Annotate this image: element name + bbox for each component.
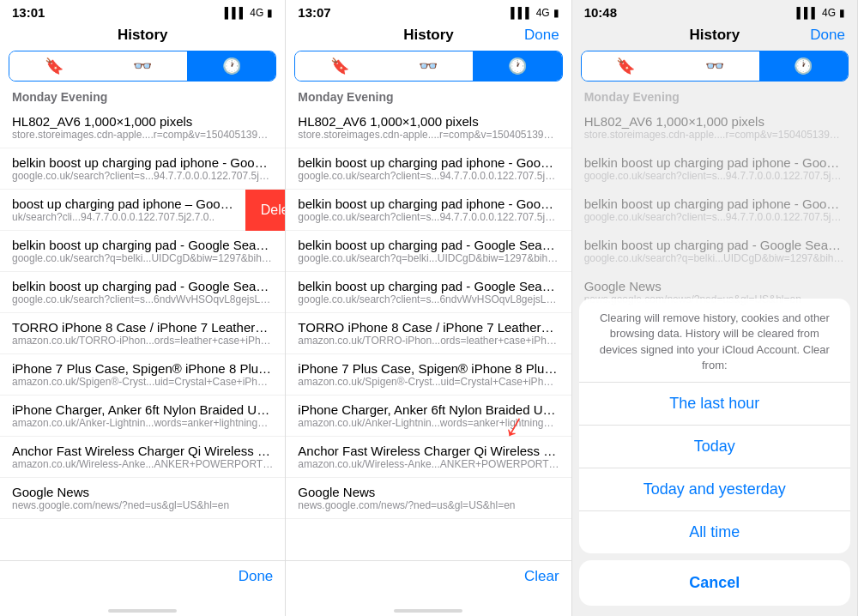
list-item[interactable]: iPhone Charger, Anker 6ft Nylon Braided … xyxy=(0,396,285,437)
item-url: amazon.co.uk/Spigen®-Cryst...uid=Crystal… xyxy=(298,376,559,388)
tab-bar-1: 🔖 👓 🕐 xyxy=(9,51,276,82)
swipe-delete-row[interactable]: boost up charging pad iphone – Goo… uk/s… xyxy=(0,190,285,231)
action-option-today-yesterday[interactable]: Today and yesterday xyxy=(579,468,850,511)
list-item[interactable]: TORRO iPhone 8 Case / iPhone 7 Leather… … xyxy=(0,313,285,354)
list-item: belkin boost up charging pad iphone - Go… xyxy=(572,148,857,190)
list-item[interactable]: Anchor Fast Wireless Charger Qi Wireless… xyxy=(0,437,285,478)
done-nav-2[interactable]: Done xyxy=(524,27,559,44)
battery-icon-2: ▮ xyxy=(553,7,559,19)
item-title: belkin boost up charging pad iphone - Go… xyxy=(12,155,273,170)
item-title: iPhone 7 Plus Case, Spigen® iPhone 8 Plu… xyxy=(298,361,559,376)
item-title: iPhone 7 Plus Case, Spigen® iPhone 8 Plu… xyxy=(12,361,273,376)
list-item[interactable]: Google News news.google.com/news/?ned=us… xyxy=(286,478,571,519)
list-item[interactable]: belkin boost up charging pad - Google Se… xyxy=(286,272,571,313)
list-item[interactable]: belkin boost up charging pad - Google Se… xyxy=(286,231,571,272)
status-time-1: 13:01 xyxy=(12,5,45,20)
list-item[interactable]: Google News news.google.com/news/?ned=us… xyxy=(0,478,285,519)
item-url: google.co.uk/search?q=belki...UIDCgD&biw… xyxy=(298,252,559,264)
signal-icon-3: ▌▌▌ xyxy=(796,7,819,19)
tab-bookmarks-1[interactable]: 🔖 xyxy=(9,51,98,81)
home-bar-2 xyxy=(394,609,462,613)
battery-icon-3: ▮ xyxy=(839,7,845,19)
list-item[interactable]: belkin boost up charging pad - Google Se… xyxy=(0,231,285,272)
item-title: belkin boost up charging pad - Google Se… xyxy=(298,238,559,252)
nav-header-3: History Done xyxy=(572,23,857,51)
list-item[interactable]: iPhone 7 Plus Case, Spigen® iPhone 8 Plu… xyxy=(286,354,571,396)
item-url: google.co.uk/search?client=s...94.7.7.0.… xyxy=(298,211,559,223)
signal-icon-1: ▌▌▌ xyxy=(225,7,247,19)
item-url: google.co.uk/search?client=s...94.7.7.0.… xyxy=(12,170,273,182)
item-title: belkin boost up charging pad - Google Se… xyxy=(12,238,273,252)
panel-2: 13:07 ▌▌▌ 4G ▮ History Done 🔖 👓 🕐 Monday… xyxy=(286,0,571,616)
item-title: HL802_AV6 1,000×1,000 pixels xyxy=(12,114,273,129)
item-url: store.storeimages.cdn-apple....r=comp&v=… xyxy=(12,129,273,141)
delete-button[interactable]: Delete xyxy=(245,190,286,231)
tab-reading-2[interactable]: 👓 xyxy=(384,51,473,81)
tab-history-1[interactable]: 🕐 xyxy=(187,51,275,81)
history-list-2: HL802_AV6 1,000×1,000 pixels store.store… xyxy=(286,107,571,560)
nav-header-1: History xyxy=(0,23,285,51)
item-title: belkin boost up charging pad - Google Se… xyxy=(584,238,845,252)
signal-icon-2: ▌▌▌ xyxy=(511,7,533,19)
tab-reading-1[interactable]: 👓 xyxy=(98,51,186,81)
tab-history-3[interactable]: 🕐 xyxy=(759,51,848,81)
status-time-2: 13:07 xyxy=(298,5,330,20)
list-item[interactable]: iPhone 7 Plus Case, Spigen® iPhone 8 Plu… xyxy=(0,354,285,396)
item-title: belkin boost up charging pad - Google Se… xyxy=(12,279,273,293)
nav-title-3: History xyxy=(690,27,740,44)
bottom-bar-2: Clear xyxy=(286,560,571,599)
tab-bookmarks-3[interactable]: 🔖 xyxy=(582,51,670,81)
list-item[interactable]: belkin boost up charging pad iphone - Go… xyxy=(286,190,571,231)
item-title: HL802_AV6 1,000×1,000 pixels xyxy=(298,114,559,129)
item-url: google.co.uk/search?q=belki...UIDCgD&biw… xyxy=(584,252,845,264)
tab-reading-3[interactable]: 👓 xyxy=(670,51,758,81)
list-item[interactable]: belkin boost up charging pad - Google Se… xyxy=(0,272,285,313)
network-icon-1: 4G xyxy=(250,7,263,19)
cancel-button-3[interactable]: Cancel xyxy=(579,560,850,606)
list-item[interactable]: HL802_AV6 1,000×1,000 pixels store.store… xyxy=(286,107,571,148)
item-title: Anchor Fast Wireless Charger Qi Wireless… xyxy=(12,444,273,458)
list-item[interactable]: belkin boost up charging pad iphone - Go… xyxy=(286,148,571,190)
section-header-2: Monday Evening xyxy=(286,88,571,107)
item-title: iPhone Charger, Anker 6ft Nylon Braided … xyxy=(12,402,273,417)
item-url: google.co.uk/search?client=s...94.7.7.0.… xyxy=(298,170,559,182)
clear-button-2[interactable]: Clear xyxy=(524,568,559,585)
item-title: belkin boost up charging pad iphone - Go… xyxy=(584,196,845,211)
item-title: Anchor Fast Wireless Charger Qi Wireless… xyxy=(298,444,559,458)
list-item[interactable]: TORRO iPhone 8 Case / iPhone 7 Leather… … xyxy=(286,313,571,354)
done-button-1[interactable]: Done xyxy=(239,568,274,585)
item-url: news.google.com/news/?ned=us&gl=US&hl=en xyxy=(298,499,559,511)
item-url: amazon.co.uk/TORRO-iPhon...ords=leather+… xyxy=(298,335,559,347)
item-title: Google News xyxy=(298,485,559,499)
action-option-last-hour[interactable]: The last hour xyxy=(579,383,850,426)
action-option-today[interactable]: Today xyxy=(579,426,850,468)
section-header-3: Monday Evening xyxy=(572,88,857,107)
action-option-all-time[interactable]: All time xyxy=(579,511,850,553)
panel-1: 13:01 ▌▌▌ 4G ▮ History 🔖 👓 🕐 Monday Even… xyxy=(0,0,286,616)
home-indicator-1 xyxy=(0,599,285,616)
item-url: google.co.uk/search?client=s...6ndvWvHSO… xyxy=(298,293,559,305)
network-icon-2: 4G xyxy=(536,7,550,19)
tab-bookmarks-2[interactable]: 🔖 xyxy=(295,51,384,81)
item-url: google.co.uk/search?client=s...94.7.7.0.… xyxy=(584,170,845,182)
battery-icon-1: ▮ xyxy=(267,7,273,19)
list-item: belkin boost up charging pad - Google Se… xyxy=(572,231,857,272)
nav-header-2: History Done xyxy=(286,23,571,51)
list-item[interactable]: HL802_AV6 1,000×1,000 pixels store.store… xyxy=(0,107,285,148)
panel-3: 10:48 ▌▌▌ 4G ▮ History Done 🔖 👓 🕐 Monday… xyxy=(572,0,858,616)
item-url: google.co.uk/search?client=s...6ndvWvHSO… xyxy=(12,293,273,305)
list-item[interactable]: belkin boost up charging pad iphone - Go… xyxy=(0,148,285,190)
done-nav-3[interactable]: Done xyxy=(810,27,845,44)
nav-title-1: History xyxy=(118,27,168,44)
item-url: amazon.co.uk/Wireless-Anke...ANKER+POWER… xyxy=(298,458,559,470)
item-title: belkin boost up charging pad iphone - Go… xyxy=(584,155,845,170)
list-item[interactable]: Anchor Fast Wireless Charger Qi Wireless… xyxy=(286,437,571,478)
status-icons-2: ▌▌▌ 4G ▮ xyxy=(511,7,559,19)
tab-history-2[interactable]: 🕐 xyxy=(473,51,561,81)
action-sheet-overlay: Clearing will remove history, cookies an… xyxy=(572,292,857,616)
home-bar-1 xyxy=(108,609,177,613)
status-time-3: 10:48 xyxy=(584,5,617,20)
item-url: google.co.uk/search?client=s...94.7.7.0.… xyxy=(584,211,845,223)
status-bar-3: 10:48 ▌▌▌ 4G ▮ xyxy=(572,0,857,23)
item-url: news.google.com/news/?ned=us&gl=US&hl=en xyxy=(12,499,273,511)
